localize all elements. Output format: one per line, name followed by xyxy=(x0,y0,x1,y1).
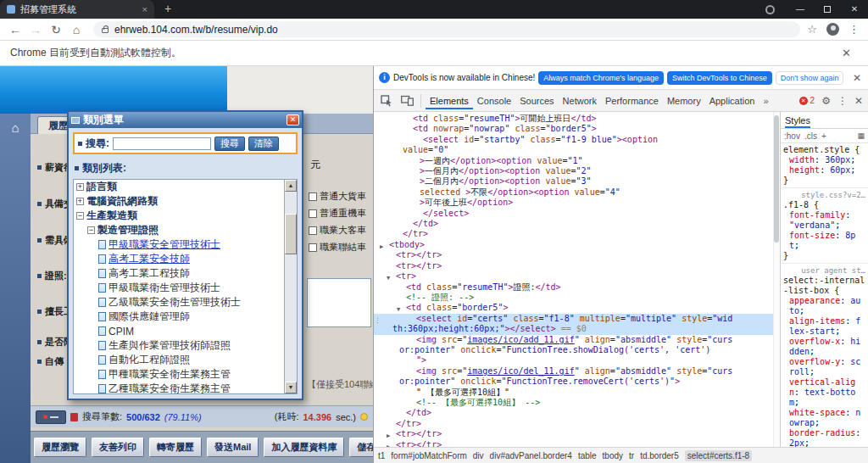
code-line[interactable]: <tr></tr> xyxy=(374,261,780,271)
checkbox[interactable] xyxy=(309,209,317,218)
grid-toggle-icon[interactable]: ▦ xyxy=(857,131,865,140)
tree-item[interactable]: 高考工業工程技師 xyxy=(74,266,283,281)
tree-item[interactable]: CPIM xyxy=(74,324,283,338)
code-line[interactable]: <!-- 【最多可選擇10組】 --> xyxy=(374,398,780,408)
license-checkbox-item[interactable]: 普通重機車 xyxy=(309,207,366,220)
devtools-tab-performance[interactable]: Performance xyxy=(601,92,663,109)
tree-item[interactable]: 乙級職業安全衛生管理技術士 xyxy=(74,295,283,310)
certs-multiselect-fragment[interactable] xyxy=(307,278,371,327)
home-icon[interactable]: ⌂ xyxy=(66,23,86,36)
style-filter-hov[interactable]: :hov xyxy=(784,131,800,141)
code-line[interactable]: </tr> xyxy=(374,229,780,239)
breadcrumb-item[interactable]: tr xyxy=(629,451,634,460)
devtools-menu-icon[interactable]: ⋮ xyxy=(837,95,848,107)
style-filter-[interactable]: + xyxy=(821,131,826,141)
code-line[interactable]: "> xyxy=(374,355,780,365)
breadcrumb-item[interactable]: t1 xyxy=(378,451,385,460)
devtools-close-icon[interactable]: ✕ xyxy=(854,95,863,107)
profile-avatar-icon[interactable] xyxy=(826,23,839,36)
scroll-up-icon[interactable]: ▲ xyxy=(285,180,297,192)
code-line[interactable]: <tr></tr> xyxy=(374,250,780,260)
browser-menu-icon[interactable]: ⋮ xyxy=(849,23,860,36)
tab-close-icon[interactable]: × xyxy=(142,4,147,14)
code-line[interactable]: <img src="images/ico/add_11.gif" align="… xyxy=(374,335,780,345)
code-line[interactable]: </td> xyxy=(374,219,780,229)
tree-item[interactable]: 乙種職業安全衛生業務主管 xyxy=(74,382,283,394)
switch-to-chinese-button[interactable]: Switch DevTools to Chinese xyxy=(667,71,772,85)
breadcrumb-item[interactable]: tbody xyxy=(603,451,623,460)
code-line[interactable]: <select id="startby" class="f1-9 blue"><… xyxy=(374,135,780,145)
profile-icon[interactable] xyxy=(765,5,775,14)
notification-close-icon[interactable]: ✕ xyxy=(853,72,863,84)
tree-item[interactable]: 甲級職業衛生管理技術士 xyxy=(74,281,283,295)
collapse-icon[interactable]: − xyxy=(87,226,95,234)
checkbox[interactable] xyxy=(309,226,317,235)
dialog-close-button[interactable]: ✕ xyxy=(287,114,299,126)
devtools-tab-console[interactable]: Console xyxy=(473,92,515,109)
tree-item[interactable]: 自動化工程師證照 xyxy=(74,353,283,367)
action-button[interactable]: 發送Mail xyxy=(207,438,259,457)
license-checkbox-item[interactable]: 職業大客車 xyxy=(309,224,366,237)
code-line[interactable]: ⋮<select id="certs" class="f1-8" multipl… xyxy=(374,314,780,324)
checkbox[interactable] xyxy=(309,243,317,252)
action-button[interactable]: 儲存條件資料 xyxy=(349,438,373,457)
code-line[interactable]: ▼<tr> xyxy=(374,271,780,282)
minimize-button[interactable]: — xyxy=(787,0,814,19)
code-line[interactable]: <!-- 證照: --> xyxy=(374,293,780,303)
code-line[interactable]: >可年後上班</option> xyxy=(374,198,780,208)
tree-item[interactable]: 甲級職業安全管理技術士 xyxy=(74,237,283,252)
tree-item[interactable]: 國際供應鏈管理師 xyxy=(74,310,283,324)
collapse-icon[interactable]: − xyxy=(76,212,84,220)
browser-tab[interactable]: 招募管理系統 × xyxy=(0,0,154,19)
code-line[interactable]: ▼<td class="border5"> xyxy=(374,303,780,313)
address-bar[interactable]: ehrweb.104.com.tw/b/resume/vip.do xyxy=(93,21,800,37)
action-button[interactable]: 履歷瀏覽 xyxy=(34,438,86,457)
stylesheet-link[interactable]: user agent st… xyxy=(783,265,865,276)
infobar-close-icon[interactable]: ✕ xyxy=(842,47,858,59)
back-icon[interactable]: ← xyxy=(5,23,25,36)
action-button[interactable]: 加入履歷資料庫 xyxy=(264,438,344,457)
code-line[interactable]: or:pointer" onclick="FunctionTree.remove… xyxy=(374,377,780,387)
tree-item[interactable]: +語言類 xyxy=(74,180,283,194)
bookmark-star-icon[interactable]: ☆ xyxy=(807,23,817,36)
expand-icon[interactable]: + xyxy=(76,183,84,191)
error-count-badge[interactable]: ✕ 2 xyxy=(799,96,815,105)
code-line[interactable]: " 【最多可選擇10組】" xyxy=(374,388,780,398)
tab-styles[interactable]: Styles xyxy=(785,113,810,128)
expand-arrow-icon[interactable]: ▶ xyxy=(387,442,390,447)
stylesheet-link[interactable]: style.css?v=2… xyxy=(783,190,865,200)
code-line[interactable]: </tr> xyxy=(374,419,780,429)
tree-item[interactable]: −製造管理證照 xyxy=(74,223,283,237)
tree-item[interactable]: +電腦資訊網路類 xyxy=(74,194,283,209)
code-line[interactable]: selected >不限</option><option value="4" xyxy=(374,187,780,198)
code-line[interactable]: >二個月內</option><option value="3" xyxy=(374,176,780,187)
search-button[interactable]: 搜尋 xyxy=(214,137,245,151)
window-close-button[interactable]: ✕ xyxy=(841,0,868,19)
action-button[interactable]: 友善列印 xyxy=(92,438,144,457)
expand-icon[interactable]: + xyxy=(76,198,84,205)
code-line[interactable]: >一週內</option><option value="1" xyxy=(374,156,780,166)
code-line[interactable]: ▶<tr></tr> xyxy=(374,440,780,447)
maximize-button[interactable] xyxy=(814,0,841,19)
scrollbar-thumb[interactable] xyxy=(285,214,297,254)
dont-show-again-button[interactable]: Don't show again xyxy=(776,71,844,85)
tree-item[interactable]: 甲種職業安全衛生業務主管 xyxy=(74,367,283,382)
tree-item[interactable]: 生產與作業管理技術師證照 xyxy=(74,338,283,353)
new-tab-button[interactable]: + xyxy=(161,3,175,16)
category-search-input[interactable] xyxy=(113,137,211,150)
devtools-tab-elements[interactable]: Elements xyxy=(426,92,473,109)
action-button[interactable]: 轉寄履歷 xyxy=(149,438,202,457)
more-panels-icon[interactable]: » xyxy=(760,96,771,106)
style-filter-cls[interactable]: .cls xyxy=(804,131,817,141)
code-line[interactable]: <img src="images/ico/del_11.gif" align="… xyxy=(374,366,780,377)
home-nav-icon[interactable]: ⌂ xyxy=(0,120,31,135)
collapsed-menu-button[interactable] xyxy=(36,410,66,424)
bulb-icon[interactable] xyxy=(360,413,368,421)
code-line[interactable]: </td> xyxy=(374,408,780,418)
code-line[interactable]: </select> xyxy=(374,209,780,219)
code-line[interactable]: ▶<tbody> xyxy=(374,240,780,250)
device-toolbar-icon[interactable] xyxy=(398,92,416,109)
code-line[interactable]: ▶<tr></tr> xyxy=(374,429,780,439)
breadcrumb-item[interactable]: table xyxy=(578,451,597,460)
code-line[interactable]: value="0" xyxy=(374,145,780,155)
